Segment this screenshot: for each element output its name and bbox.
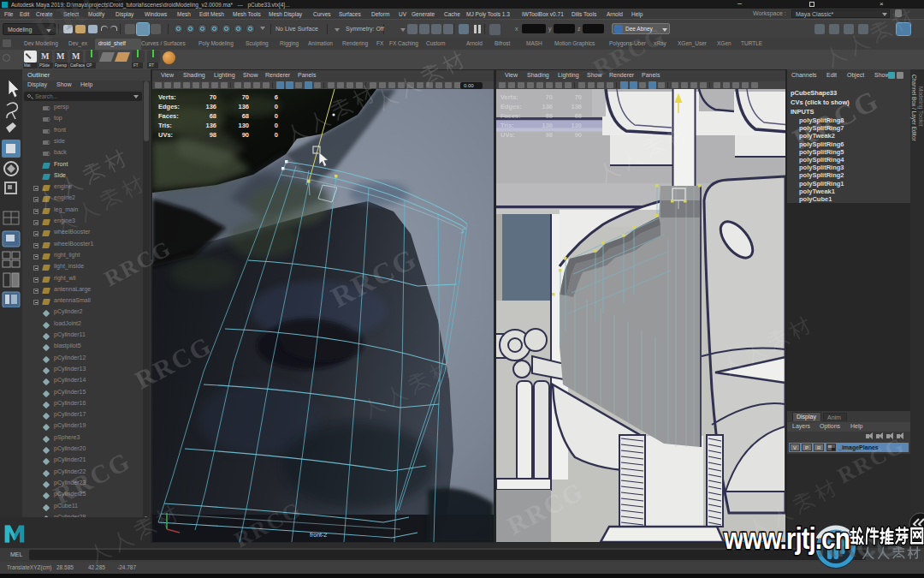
svg-text:70: 70 xyxy=(210,93,216,101)
svg-text:front-2: front-2 xyxy=(310,532,327,538)
svg-text:Edges:: Edges: xyxy=(158,103,180,110)
svg-text:68: 68 xyxy=(242,112,249,120)
svg-text:0: 0 xyxy=(275,103,278,110)
svg-text:90: 90 xyxy=(242,131,249,139)
svg-text:Verts:: Verts: xyxy=(158,93,176,101)
svg-text:Faces:: Faces: xyxy=(158,112,179,120)
svg-text:UVs:: UVs: xyxy=(500,131,515,139)
svg-text:0: 0 xyxy=(275,112,278,120)
svg-text:UVs:: UVs: xyxy=(158,131,173,139)
svg-text:70: 70 xyxy=(242,93,249,101)
svg-text:136: 136 xyxy=(542,122,553,129)
svg-text:Edges:: Edges: xyxy=(500,103,522,110)
svg-text:130: 130 xyxy=(571,122,582,129)
svg-text:70: 70 xyxy=(546,93,553,101)
svg-text:98: 98 xyxy=(210,131,216,139)
svg-text:130: 130 xyxy=(238,122,249,129)
svg-text:68: 68 xyxy=(210,112,216,120)
svg-text:Faces:: Faces: xyxy=(500,112,521,120)
svg-text:68: 68 xyxy=(575,112,582,120)
svg-text:70: 70 xyxy=(575,93,582,101)
svg-text:Verts:: Verts: xyxy=(500,93,518,101)
svg-text:Tris:: Tris: xyxy=(158,122,172,129)
svg-text:0: 0 xyxy=(275,131,278,139)
svg-text:90: 90 xyxy=(575,131,582,139)
svg-text:68: 68 xyxy=(546,112,553,120)
svg-text:0: 0 xyxy=(275,122,278,129)
svg-text:136: 136 xyxy=(205,103,216,110)
svg-text:6: 6 xyxy=(275,93,278,101)
svg-text:136: 136 xyxy=(238,103,249,110)
svg-text:98: 98 xyxy=(546,131,553,139)
svg-text:136: 136 xyxy=(571,103,582,110)
svg-text:Tris:: Tris: xyxy=(500,122,514,129)
svg-text:136: 136 xyxy=(542,103,553,110)
svg-text:136: 136 xyxy=(205,122,216,129)
